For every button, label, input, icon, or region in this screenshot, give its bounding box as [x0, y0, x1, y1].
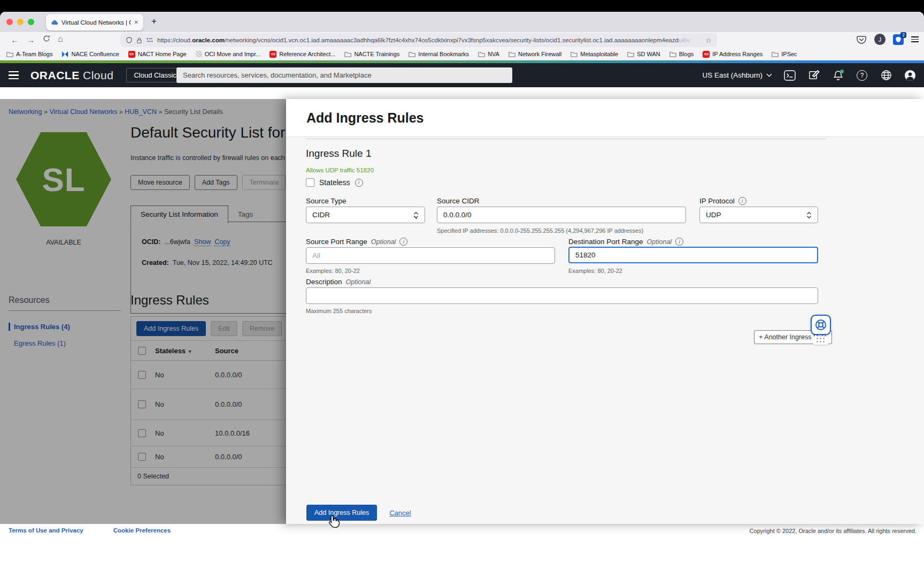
- description-helper: Maximum 255 characters: [306, 308, 372, 314]
- dest-port-label: Destination Port RangeOptionali: [568, 238, 683, 246]
- source-port-label: Source Port RangeOptionali: [306, 238, 407, 246]
- bookmark-item[interactable]: IPSec: [772, 51, 797, 57]
- oracle-cloud-logo[interactable]: ORACLE Cloud: [30, 69, 113, 82]
- source-port-info-icon[interactable]: i: [399, 238, 407, 246]
- tracking-shield-icon[interactable]: [126, 36, 133, 44]
- browser-tab[interactable]: Virtual Cloud Networks | Oracle ✕: [46, 14, 143, 31]
- folder-icon: [478, 51, 485, 57]
- select-stepper-icon: [413, 211, 419, 219]
- bookmark-item[interactable]: Internal Bookmarks: [409, 51, 469, 57]
- cancel-link[interactable]: Cancel: [389, 509, 411, 517]
- account-avatar[interactable]: J: [874, 34, 886, 45]
- reload-icon[interactable]: [43, 35, 50, 44]
- confluence-icon: [61, 51, 68, 58]
- cloud-favicon-icon: [51, 19, 58, 26]
- chevron-down-icon: [766, 73, 772, 77]
- source-cidr-label: Source CIDR: [437, 197, 480, 205]
- bookmark-item[interactable]: SD WAN: [627, 51, 660, 57]
- add-ingress-rules-submit-button[interactable]: Add Ingress Rules: [306, 505, 377, 521]
- global-search-input[interactable]: Search resources, services, documentatio…: [176, 67, 512, 83]
- bookmark-item[interactable]: Network Firewall: [509, 51, 561, 57]
- url-text[interactable]: https://cloud.oracle.com/networking/vcns…: [157, 37, 702, 43]
- home-icon[interactable]: ⌂: [58, 34, 63, 44]
- bookmark-item[interactable]: A-Team Blogs: [6, 51, 52, 57]
- stateless-label: Stateless: [319, 178, 350, 187]
- folder-icon: [409, 51, 415, 57]
- bookmark-item[interactable]: Blogs: [669, 51, 694, 57]
- panel-title: Add Ingress Rules: [306, 110, 424, 126]
- ingress-rule-1-heading: Ingress Rule 1: [306, 148, 372, 159]
- close-window-button[interactable]: [6, 19, 13, 25]
- rule-hint-text: Allows UDP traffic 51820: [306, 167, 374, 173]
- folder-icon: [6, 51, 13, 57]
- bookmark-item[interactable]: NACE Confluence: [61, 51, 119, 58]
- oci-header: ORACLE Cloud Cloud Classic› Search resou…: [0, 63, 924, 87]
- minimize-window-button[interactable]: [17, 19, 24, 25]
- notification-dot: [840, 70, 844, 73]
- mouse-cursor: [325, 514, 341, 533]
- ip-protocol-info-icon[interactable]: i: [738, 197, 746, 205]
- notifications-bell-icon[interactable]: [831, 69, 844, 82]
- extension-shield-icon[interactable]: 2: [893, 34, 904, 45]
- bookmark-item[interactable]: Metasploitable: [571, 51, 618, 57]
- cloud-shell-icon[interactable]: [783, 69, 796, 82]
- widget-drag-handle[interactable]: [813, 336, 829, 345]
- dest-port-input[interactable]: [568, 247, 818, 263]
- user-avatar-icon[interactable]: [904, 69, 917, 82]
- description-input[interactable]: [306, 287, 818, 304]
- modal-dim-overlay: [0, 99, 286, 524]
- oracle-icon: [270, 51, 276, 58]
- bookmark-item[interactable]: OCI Move and Impr...: [196, 51, 261, 57]
- nav-menu-icon[interactable]: [9, 71, 19, 80]
- source-cidr-helper: Specified IP addresses: 0.0.0.0-255.255.…: [437, 227, 643, 234]
- bookmark-item[interactable]: NVA: [478, 51, 499, 57]
- select-stepper-icon: [806, 211, 812, 219]
- language-globe-icon[interactable]: [880, 69, 892, 82]
- browser-titlebar: Virtual Cloud Networks | Oracle ✕ +: [0, 12, 924, 32]
- dest-port-helper: Examples: 80, 20-22: [568, 268, 622, 274]
- traffic-lights: [6, 19, 34, 25]
- source-type-select[interactable]: CIDR: [306, 207, 425, 223]
- folder-icon: [627, 51, 634, 57]
- source-cidr-input[interactable]: [437, 207, 686, 223]
- floating-help-widget[interactable]: [811, 315, 831, 345]
- oracle-icon: [703, 51, 710, 58]
- bookmark-star-icon[interactable]: ☆: [705, 36, 712, 44]
- menu-icon[interactable]: [911, 36, 919, 42]
- dest-port-info-icon[interactable]: i: [675, 238, 683, 246]
- add-ingress-rules-panel: Add Ingress Rules Ingress Rule 1 Allows …: [286, 99, 924, 524]
- bookmark-item[interactable]: Reference Architect...: [270, 51, 335, 58]
- bookmark-item[interactable]: NACT Home Page: [128, 51, 187, 58]
- tab-close-icon[interactable]: ✕: [134, 19, 138, 25]
- bookmark-item[interactable]: IP Address Ranges: [703, 51, 763, 58]
- forward-icon[interactable]: →: [27, 35, 35, 45]
- bookmark-item[interactable]: NACTE Trainings: [344, 51, 399, 57]
- browser-window: Virtual Cloud Networks | Oracle ✕ + ← → …: [0, 12, 924, 578]
- new-tab-button[interactable]: +: [151, 16, 157, 27]
- oracle-icon: [128, 51, 135, 58]
- ip-protocol-select[interactable]: UDP: [699, 207, 818, 223]
- terms-link[interactable]: Terms of Use and Privacy: [9, 527, 83, 534]
- permissions-icon[interactable]: [146, 37, 153, 43]
- page-footer: Terms of Use and Privacy Cookie Preferen…: [0, 524, 924, 578]
- folder-icon: [509, 51, 515, 57]
- help-icon[interactable]: ?: [856, 69, 868, 82]
- back-icon[interactable]: ←: [11, 35, 19, 45]
- lock-icon: [136, 37, 142, 44]
- folder-icon: [669, 51, 676, 57]
- extension-badge: 2: [900, 32, 906, 38]
- zoom-window-button[interactable]: [28, 19, 34, 25]
- pocket-icon[interactable]: [856, 34, 867, 45]
- source-port-helper: Examples: 80, 20-22: [306, 268, 360, 274]
- generic-favicon-icon: [196, 51, 202, 57]
- stateless-checkbox[interactable]: [306, 178, 314, 187]
- stateless-info-icon[interactable]: i: [355, 179, 363, 187]
- region-selector[interactable]: US East (Ashburn): [702, 71, 772, 79]
- cookie-preferences-link[interactable]: Cookie Preferences: [113, 527, 171, 534]
- support-lifering-icon[interactable]: [811, 315, 831, 335]
- announcements-icon[interactable]: [807, 69, 820, 82]
- source-port-input[interactable]: [306, 247, 555, 264]
- url-bar[interactable]: https://cloud.oracle.com/networking/vcns…: [120, 33, 717, 47]
- ip-protocol-label: IP Protocoli: [699, 197, 746, 205]
- folder-icon: [772, 51, 779, 57]
